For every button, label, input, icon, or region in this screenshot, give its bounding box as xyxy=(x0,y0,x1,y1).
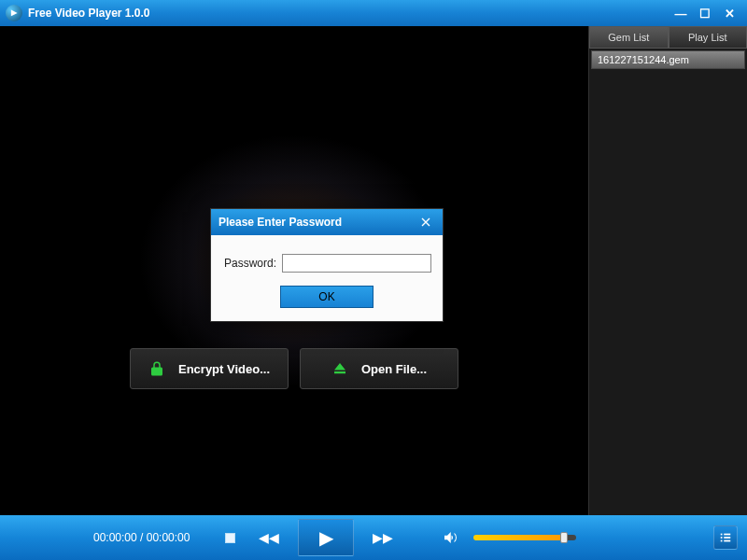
close-icon xyxy=(420,217,431,228)
lock-icon xyxy=(148,360,165,377)
svg-rect-4 xyxy=(721,540,723,542)
titlebar: Free Video Player 1.0.0 — ☐ ✕ xyxy=(0,0,747,26)
close-button[interactable]: ✕ xyxy=(717,5,741,21)
forward-button[interactable]: ▶▶ xyxy=(367,524,399,552)
svg-rect-5 xyxy=(724,540,730,542)
play-button[interactable]: ▶ xyxy=(298,519,354,556)
list-item[interactable]: 161227151244.gem xyxy=(591,50,745,69)
time-current: 00:00:00 xyxy=(93,531,137,544)
forward-icon: ▶▶ xyxy=(373,530,393,545)
svg-rect-0 xyxy=(721,534,723,536)
open-label: Open File... xyxy=(361,362,427,376)
list-icon xyxy=(719,531,732,544)
password-dialog: Please Enter Password Password: OK xyxy=(210,208,444,322)
control-bar: 00:00:00 / 00:00:00 ◀◀ ▶ ▶▶ xyxy=(0,515,747,560)
volume-button[interactable] xyxy=(434,524,466,552)
volume-thumb[interactable] xyxy=(560,532,568,543)
password-label: Password: xyxy=(224,257,276,270)
open-file-button[interactable]: Open File... xyxy=(300,348,458,389)
playlist-toggle-button[interactable] xyxy=(713,525,738,550)
password-input[interactable] xyxy=(282,254,431,273)
dialog-title-text: Please Enter Password xyxy=(218,216,342,229)
encrypt-label: Encrypt Video... xyxy=(178,362,270,376)
svg-rect-2 xyxy=(721,537,723,539)
stop-button[interactable] xyxy=(214,524,246,552)
rewind-button[interactable]: ◀◀ xyxy=(253,524,285,552)
rewind-icon: ◀◀ xyxy=(259,530,279,545)
dialog-close-button[interactable] xyxy=(416,214,435,231)
dialog-body: Password: OK xyxy=(211,235,443,321)
play-icon: ▶ xyxy=(319,526,333,549)
time-display: 00:00:00 / 00:00:00 xyxy=(93,531,190,544)
app-icon xyxy=(6,5,22,21)
video-area: Encrypt Video... Open File... Please Ent… xyxy=(0,26,588,515)
tab-gem-list[interactable]: Gem List xyxy=(589,26,669,49)
tab-play-list[interactable]: Play List xyxy=(669,26,748,49)
dialog-titlebar: Please Enter Password xyxy=(211,209,443,235)
app-title: Free Video Player 1.0.0 xyxy=(28,7,150,20)
playlist: 161227151244.gem xyxy=(589,49,747,71)
main-area: Encrypt Video... Open File... Please Ent… xyxy=(0,26,747,515)
volume-area xyxy=(434,524,576,552)
svg-rect-3 xyxy=(724,537,730,539)
stop-icon xyxy=(225,533,235,543)
maximize-button[interactable]: ☐ xyxy=(693,5,717,21)
volume-slider[interactable] xyxy=(473,535,576,540)
center-actions: Encrypt Video... Open File... xyxy=(130,348,458,389)
svg-rect-1 xyxy=(724,534,730,536)
side-panel: Gem List Play List 161227151244.gem xyxy=(588,26,747,515)
encrypt-video-button[interactable]: Encrypt Video... xyxy=(130,348,289,389)
ok-button[interactable]: OK xyxy=(280,286,374,308)
side-tabs: Gem List Play List xyxy=(589,26,747,49)
time-total: 00:00:00 xyxy=(147,531,190,544)
speaker-icon xyxy=(442,529,458,546)
eject-icon xyxy=(331,360,348,377)
minimize-button[interactable]: — xyxy=(669,5,693,21)
